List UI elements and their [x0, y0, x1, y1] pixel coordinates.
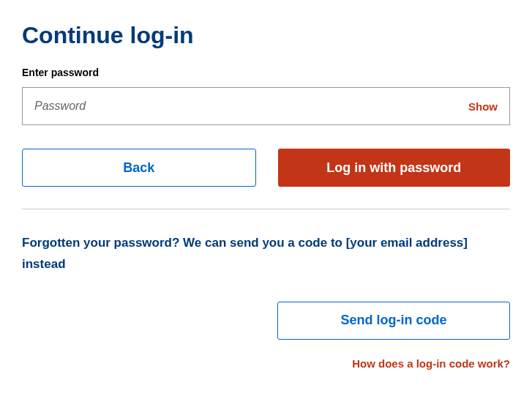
send-code-row: Send log-in code: [22, 302, 510, 340]
login-button[interactable]: Log in with password: [278, 149, 511, 187]
password-input-wrapper: Show: [22, 87, 510, 125]
help-link-row: How does a log-in code work?: [22, 357, 510, 370]
send-code-button[interactable]: Send log-in code: [277, 302, 510, 340]
forgotten-password-text: Forgotten your password? We can send you…: [22, 233, 510, 275]
button-row: Back Log in with password: [22, 149, 510, 187]
help-link[interactable]: How does a log-in code work?: [352, 357, 510, 370]
show-password-toggle[interactable]: Show: [457, 100, 509, 113]
back-button[interactable]: Back: [22, 149, 256, 187]
page-title: Continue log-in: [22, 22, 510, 49]
password-input[interactable]: [23, 89, 457, 123]
divider: [22, 209, 510, 209]
password-label: Enter password: [22, 67, 510, 78]
